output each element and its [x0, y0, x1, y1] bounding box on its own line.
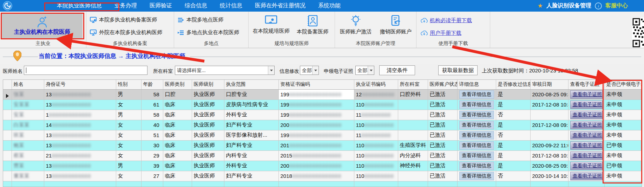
column-header[interactable]: 是否已申领电子...: [604, 80, 642, 89]
column-header[interactable]: 是否修改过信息: [496, 80, 530, 89]
tab-current-hospital-doctors[interactable]: 本院执业医师信息: [57, 2, 102, 9]
column-header[interactable]: 医师账户状态: [428, 80, 457, 89]
clear-filters-button[interactable]: 清空条件: [379, 65, 415, 75]
view-cert-button[interactable]: 查看电子证照: [570, 151, 603, 160]
multi-org-record-doctors-item[interactable]: 本院多执业机构备案医师: [90, 17, 157, 23]
user-manual-download-link[interactable]: 用户手册下载: [421, 30, 461, 37]
license-code-cell: 11888888888: [354, 110, 398, 120]
view-cert-button[interactable]: 查看电子证照: [570, 121, 603, 129]
column-header[interactable]: 姓名: [12, 80, 44, 89]
view-detail-button[interactable]: 查看详细信息: [459, 151, 494, 160]
tab-综合-info[interactable]: 综合信息: [185, 2, 207, 9]
column-header[interactable]: 所在科室: [398, 80, 428, 89]
name-cell: 董某某: [12, 171, 44, 181]
view-detail-button[interactable]: 查看详细信息: [459, 121, 494, 129]
chevron-down-icon[interactable]: [268, 66, 274, 75]
cloud-download-icon: [421, 31, 428, 36]
view-detail-button[interactable]: 查看详细信息: [459, 172, 494, 180]
account-status-cell: 已激活: [428, 110, 457, 120]
info-modified-select[interactable]: 全部: [300, 66, 319, 75]
name-cell: 白某某: [12, 120, 44, 130]
column-header[interactable]: 性别: [116, 80, 141, 89]
department-cell: 神经外科: [398, 161, 428, 171]
visible-text: 199: [281, 102, 289, 108]
column-header[interactable]: 审核日期: [530, 80, 568, 89]
multi-site-doctors-item[interactable]: 本院多地点医师: [178, 17, 223, 23]
redacted-text: 8888888888888888: [289, 112, 342, 118]
view-detail-button[interactable]: 查看详细信息: [459, 111, 494, 119]
tab-statistics[interactable]: 统计信息: [220, 2, 242, 9]
view-detail-button[interactable]: 查看详细信息: [459, 90, 494, 99]
age-cell: 51: [141, 130, 163, 140]
view-cert-button[interactable]: 查看电子证照: [570, 141, 603, 150]
view-cert-button[interactable]: 查看电子证照: [570, 131, 603, 140]
account-revoke-item[interactable]: 撤销医师账户: [376, 15, 415, 35]
external-multi-org-doctors-item[interactable]: 外院在本院多执业机构医师: [90, 29, 162, 36]
modified-cell: 否: [496, 130, 530, 140]
redacted-text: 曹某: [14, 162, 24, 168]
view-cert-button[interactable]: 查看电子证照: [570, 172, 603, 180]
view-cert-button[interactable]: 查看电子证照: [570, 111, 603, 119]
name-cell: 班某: [12, 130, 44, 140]
view-detail-button[interactable]: 查看详细信息: [459, 101, 494, 109]
view-detail-button[interactable]: 查看详细信息: [459, 141, 494, 150]
record-doctors-item[interactable]: 本院备案医师: [293, 15, 332, 35]
tab-business[interactable]: 业务办理: [114, 2, 137, 9]
table-row[interactable]: [3, 181, 642, 187]
tab-doctor-verify[interactable]: 医师验证: [150, 2, 172, 9]
view-cert-button[interactable]: 查看电子证照: [570, 101, 603, 109]
qualification-code-cell: [278, 181, 354, 187]
license-code-cell: 110888888888: [354, 99, 398, 110]
column-header[interactable]: 执业证书编码: [354, 80, 398, 89]
face-recognition-device-link[interactable]: 人脸识别设备管理: [546, 2, 591, 9]
account-activate-item[interactable]: 医师账户激活: [336, 15, 375, 35]
column-header[interactable]: 详细信息: [457, 80, 496, 89]
table-row[interactable]: 安某18888888888888男58临床执业医师外科专业19988888888…: [3, 110, 642, 120]
tab-system-functions[interactable]: 系统功能: [318, 2, 341, 9]
column-header[interactable]: 医师类别: [163, 80, 192, 89]
multi-site-in-hospital-item[interactable]: 多地点执业在本院医师: [178, 29, 239, 36]
redacted-text: 888888888: [364, 142, 394, 148]
cert-cell: 查看电子证照: [568, 120, 604, 130]
table-row[interactable]: 曹某13888888888888男39临床执业医师外科专业20088888888…: [3, 161, 642, 171]
column-header[interactable]: 资格证书编码: [278, 80, 354, 89]
doctor-name-input[interactable]: [24, 66, 147, 75]
chevron-down-icon[interactable]: [312, 66, 318, 75]
table-row[interactable]: 班某13888888888888女51临床执业医师医学影像和放射...19988…: [3, 130, 642, 140]
table-row[interactable]: 鲍某13888888888888女30临床执业医师妇产科专业2018888888…: [3, 140, 642, 150]
table-row[interactable]: 安某某13888888888888女61临床执业医师皮肤病与性病专业199888…: [3, 99, 642, 110]
redacted-text: 8888888888888888: [289, 122, 342, 128]
table-row[interactable]: 白某某14888888888888女40临床执业医师妇产科专业200888888…: [3, 120, 642, 130]
column-header[interactable]: 身份证号: [44, 80, 116, 89]
level-cell: 执业医师: [192, 140, 224, 150]
table-row[interactable]: 蔡某21888888888888女29临床执业医师内科专业20158888888…: [3, 150, 642, 161]
current-row-arrow-icon: [6, 94, 9, 98]
customer-service-link[interactable]: 客服中心: [605, 2, 628, 9]
view-detail-button[interactable]: 查看详细信息: [459, 131, 494, 140]
visible-text: 201: [281, 142, 289, 148]
view-detail-button[interactable]: 查看详细信息: [459, 162, 494, 170]
department-select[interactable]: 请选择科室...: [175, 66, 275, 75]
org-manual-download-link[interactable]: 机构必读手册下载: [421, 17, 472, 24]
column-header[interactable]: 年龄: [141, 80, 163, 89]
main-practice-doctors-button[interactable]: 主执业机构在本院医师: [2, 13, 83, 39]
view-cert-button[interactable]: 查看电子证照: [570, 90, 603, 99]
name-cell: 鲍某: [12, 140, 44, 150]
training-doctors-item[interactable]: 在本院规培医师: [251, 15, 291, 34]
view-cert-button[interactable]: 查看电子证照: [570, 162, 603, 170]
refresh-data-button[interactable]: 获取最新数据: [438, 65, 478, 75]
column-header[interactable]: 查看电子证照: [568, 80, 604, 89]
cert-cell: 查看电子证照: [568, 150, 604, 161]
table-row[interactable]: 董某某13888888888888女27临床执业医师妇产科专业201888888…: [3, 171, 642, 181]
visible-text: 13: [46, 142, 52, 148]
column-header[interactable]: 执业范围: [224, 80, 278, 89]
row-indicator-cell: [3, 150, 12, 161]
tab-out-province-registration[interactable]: 医师在外省注册情况: [255, 2, 305, 9]
audit-date-cell: 2020-09-22 11:0...: [530, 140, 568, 150]
chevron-down-icon[interactable]: [368, 66, 374, 75]
redacted-text: 8888888888888888: [289, 91, 342, 97]
cert-apply-select[interactable]: 全部: [355, 66, 374, 75]
applied-status-cell: 未申领: [604, 150, 642, 161]
table-row[interactable]: 张某13888888888888男58口腔执业医师口腔专业19988888888…: [3, 89, 642, 99]
column-header[interactable]: 医师级别: [192, 80, 224, 89]
